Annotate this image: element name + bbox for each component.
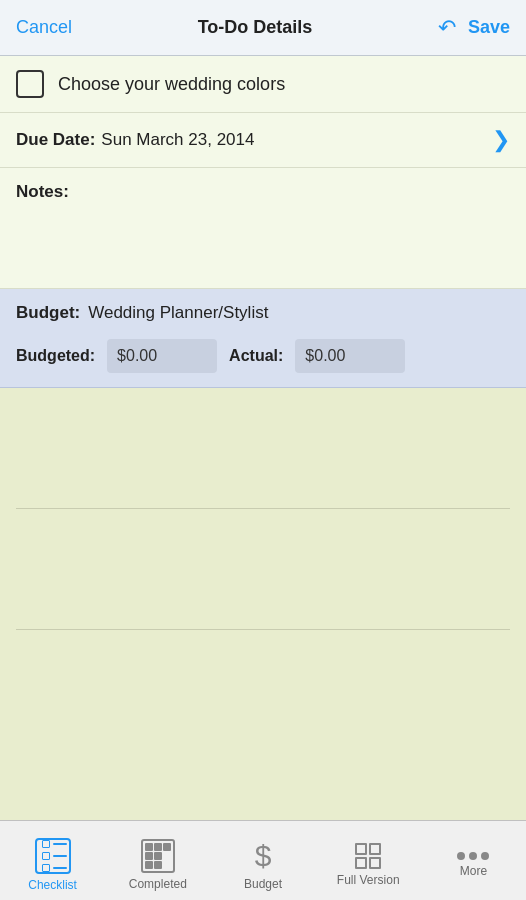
tab-completed-label: Completed xyxy=(129,877,187,891)
divider-2 xyxy=(16,629,510,630)
budget-icon: $ xyxy=(255,839,272,873)
page-title: To-Do Details xyxy=(198,17,313,38)
actual-label: Actual: xyxy=(229,347,283,365)
chevron-right-icon: ❯ xyxy=(492,127,510,153)
full-version-icon xyxy=(355,843,381,869)
divider-1 xyxy=(16,508,510,509)
tab-completed[interactable]: Completed xyxy=(105,831,210,891)
main-content xyxy=(0,508,526,768)
budget-section: Budget: Wedding Planner/Stylist Budgeted… xyxy=(0,289,526,388)
tab-checklist-label: Checklist xyxy=(28,878,77,892)
header: Cancel To-Do Details ↶ Save xyxy=(0,0,526,56)
notes-section: Notes: xyxy=(0,168,526,289)
budget-amounts: Budgeted: Actual: xyxy=(16,339,510,373)
due-date-row[interactable]: Due Date: Sun March 23, 2014 ❯ xyxy=(0,113,526,168)
tab-more-label: More xyxy=(460,864,487,878)
notes-label: Notes: xyxy=(16,182,510,202)
tab-full-version[interactable]: Full Version xyxy=(316,835,421,887)
more-icon xyxy=(457,852,489,860)
undo-button[interactable]: ↶ xyxy=(438,15,456,41)
checklist-icon xyxy=(35,838,71,874)
budget-label: Budget: xyxy=(16,303,80,323)
task-checkbox[interactable] xyxy=(16,70,44,98)
task-row: Choose your wedding colors xyxy=(0,56,526,113)
actual-input[interactable] xyxy=(295,339,405,373)
tab-full-version-label: Full Version xyxy=(337,873,400,887)
budgeted-input[interactable] xyxy=(107,339,217,373)
tab-budget[interactable]: $ Budget xyxy=(210,831,315,891)
due-date-label: Due Date: xyxy=(16,130,95,150)
save-button[interactable]: Save xyxy=(468,17,510,38)
cancel-button[interactable]: Cancel xyxy=(16,17,72,38)
tab-checklist[interactable]: Checklist xyxy=(0,830,105,892)
notes-input[interactable] xyxy=(16,210,510,270)
budget-category: Wedding Planner/Stylist xyxy=(88,303,268,323)
tab-more[interactable]: More xyxy=(421,844,526,878)
completed-icon xyxy=(141,839,175,873)
tab-budget-label: Budget xyxy=(244,877,282,891)
budgeted-label: Budgeted: xyxy=(16,347,95,365)
due-date-value: Sun March 23, 2014 xyxy=(101,130,254,150)
task-title: Choose your wedding colors xyxy=(58,74,285,95)
tab-bar: Checklist Completed $ Budget xyxy=(0,820,526,900)
